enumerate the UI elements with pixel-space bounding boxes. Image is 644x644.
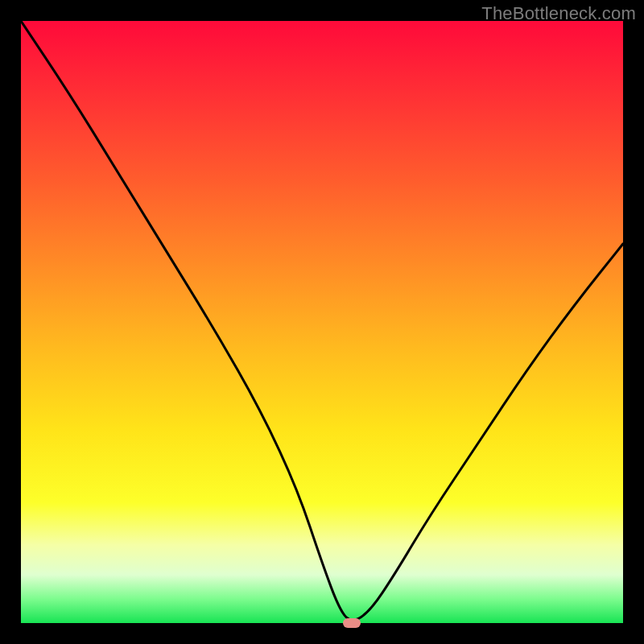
plot-area: [21, 21, 623, 623]
bottleneck-curve: [21, 21, 623, 623]
bottleneck-curve-path: [21, 21, 623, 620]
minimum-marker: [343, 618, 361, 628]
chart-frame: TheBottleneck.com: [0, 0, 644, 644]
watermark-text: TheBottleneck.com: [481, 3, 636, 24]
